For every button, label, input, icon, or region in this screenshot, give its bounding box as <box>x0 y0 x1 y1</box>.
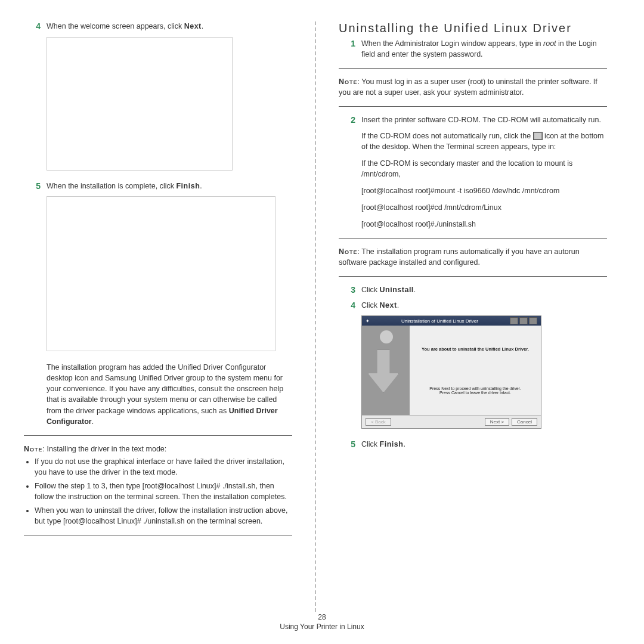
step-number: 5 <box>24 181 47 192</box>
page-footer: 28 Using Your Printer in Linux <box>0 613 644 631</box>
section-heading: Uninstalling the Unified Linux Driver <box>339 21 607 35</box>
down-arrow-icon <box>368 349 399 392</box>
divider-line <box>339 106 607 107</box>
dialog-content: You are about to uninstall the Unified L… <box>410 326 541 415</box>
dialog-titlebar: ✦ Uninstallation of Unified Linux Driver <box>362 316 541 326</box>
step-3-right: 3 Click Uninstall. <box>339 285 607 296</box>
post-install-paragraph: The installation program has added the U… <box>47 362 292 427</box>
step-number: 5 <box>339 439 361 450</box>
divider-line <box>339 238 607 239</box>
dialog-sub-message: Press Cancel to leave the driver intact. <box>429 391 521 395</box>
left-column: 4 When the welcome screen appears, click… <box>24 21 310 612</box>
step-text: Click Next. <box>361 301 607 311</box>
note-bullet-list: If you do not use the graphical interfac… <box>24 457 292 527</box>
step-text: When the installation is complete, click… <box>47 181 292 192</box>
list-item: Follow the step 1 to 3, then type [root@… <box>35 481 292 502</box>
step-text: When the Administrator Login window appe… <box>361 39 607 60</box>
note-autorun: Note: The installation program runs auto… <box>339 247 607 268</box>
uninstall-dialog: ✦ Uninstallation of Unified Linux Driver… <box>361 315 541 429</box>
dialog-sidebar-graphic <box>362 326 410 415</box>
list-item: If you do not use the graphical interfac… <box>35 457 292 478</box>
screenshot-placeholder-finish <box>47 196 275 351</box>
step-text: Click Uninstall. <box>361 285 607 296</box>
help-icon[interactable] <box>510 317 518 324</box>
step-number: 4 <box>339 301 361 311</box>
step-2-right: 2 Insert the printer software CD-ROM. Th… <box>339 115 607 126</box>
command-line: [root@localhost root]#cd /mnt/cdrom/Linu… <box>361 202 607 213</box>
step-4-right: 4 Click Next. <box>339 301 607 311</box>
note-text-mode: Note: Installing the driver in the text … <box>24 444 292 527</box>
dialog-sub-message: Press Next to proceed with uninstalling … <box>429 386 521 391</box>
next-button[interactable]: Next > <box>485 418 509 426</box>
footer-caption: Using Your Printer in Linux <box>280 623 364 631</box>
step-text: Click Finish. <box>361 439 607 450</box>
sun-icon <box>380 330 393 343</box>
back-button: < Back <box>366 418 391 426</box>
step-number: 4 <box>24 21 47 32</box>
step-4-left: 4 When the welcome screen appears, click… <box>24 21 292 32</box>
command-line: [root@localhost root]#mount -t iso9660 /… <box>361 185 607 196</box>
autorun-paragraph: If the CD-ROM does not automatically run… <box>361 131 607 152</box>
step-text: When the welcome screen appears, click N… <box>47 21 292 32</box>
step-5-right: 5 Click Finish. <box>339 439 607 450</box>
divider-line <box>339 68 607 69</box>
dialog-title-text: Uninstallation of Unified Linux Driver <box>401 318 478 324</box>
column-divider <box>315 21 316 612</box>
right-column: Uninstalling the Unified Linux Driver 1 … <box>321 21 607 612</box>
divider-line <box>24 435 292 436</box>
terminal-icon <box>533 132 543 140</box>
secondary-master-paragraph: If the CD-ROM is secondary master and th… <box>361 158 607 179</box>
command-line: [root@localhost root]#./uninstall.sh <box>361 219 607 230</box>
step-5-left: 5 When the installation is complete, cli… <box>24 181 292 192</box>
divider-line <box>339 276 607 277</box>
screenshot-placeholder-welcome <box>47 37 233 171</box>
note-super-user: Note: You must log in as a super user (r… <box>339 77 607 98</box>
step-text: Insert the printer software CD-ROM. The … <box>361 115 607 126</box>
minimize-icon[interactable] <box>519 317 528 324</box>
dialog-main-message: You are about to uninstall the Unified L… <box>422 346 529 352</box>
list-item: When you wan to uninstall the driver, fo… <box>35 506 292 527</box>
step-1-right: 1 When the Administrator Login window ap… <box>339 39 607 60</box>
dialog-button-bar: < Back Next > Cancel <box>362 415 541 428</box>
step-number: 3 <box>339 285 361 296</box>
step-number: 2 <box>339 115 361 126</box>
cancel-button[interactable]: Cancel <box>512 418 537 426</box>
step-number: 1 <box>339 39 361 60</box>
divider-line <box>24 535 292 535</box>
page-number: 28 <box>0 613 644 621</box>
close-icon[interactable] <box>529 317 537 324</box>
